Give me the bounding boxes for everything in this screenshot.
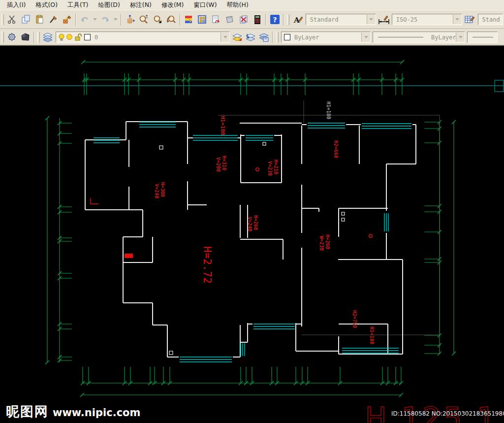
combo-drop-button[interactable] (453, 15, 462, 24)
tool-palettes-button[interactable] (196, 13, 209, 26)
layer-states-icon (259, 33, 269, 42)
undo-button[interactable] (78, 13, 91, 26)
annotation-label: H=300 (160, 182, 165, 197)
help-icon: ? (270, 14, 280, 25)
properties-palette-icon (184, 15, 194, 25)
table-style-combo[interactable]: Stand (478, 14, 504, 25)
layer-properties-button[interactable] (42, 32, 54, 43)
sheet-set-manager-button[interactable] (210, 13, 222, 26)
plot-preview-button[interactable] (223, 13, 236, 26)
stamp-id-text: ID:11580582 NO:20150302183651980512 (391, 410, 504, 417)
annotation-label: V=200 (216, 157, 221, 172)
dim-style-button[interactable] (378, 13, 390, 26)
dim-style-combo[interactable]: ISO-25 (392, 14, 462, 25)
toolbar-grip[interactable] (1, 14, 4, 25)
annotation-label: V=240 (154, 184, 159, 198)
named-views-button[interactable] (19, 32, 32, 43)
menu-item-help[interactable]: 帮助(H) (222, 0, 253, 10)
toolbar-separator (265, 14, 266, 26)
layer-make-current-icon (232, 33, 243, 42)
quick-properties-button[interactable] (61, 13, 73, 26)
make-object-layer-current-button[interactable] (231, 32, 244, 43)
layer-unlock-icon (74, 33, 82, 41)
lineweight-combo[interactable] (467, 32, 498, 43)
drawing-canvas[interactable]: H1=180H=310V=200H1=180H2=660H=210V=230H=… (0, 45, 504, 423)
cut-icon (7, 15, 17, 24)
text-style-combo[interactable]: Standard (306, 14, 376, 25)
menu-item-modify[interactable]: 修改(M) (157, 0, 189, 10)
menu-item-window[interactable]: 窗口(W) (189, 0, 221, 10)
annotation-label: H2=750 (352, 310, 357, 328)
lineweight-sample (472, 37, 493, 37)
annotation-label: H1=180 (220, 116, 226, 135)
layer-states-manager-button[interactable] (258, 32, 270, 43)
layer-on-bulb-icon (58, 33, 65, 41)
toolbar-grip[interactable] (276, 32, 279, 43)
toolbar-grip[interactable] (37, 32, 40, 43)
table-style-value: Stand (478, 16, 503, 23)
layer-previous-button[interactable] (245, 32, 257, 43)
help-button[interactable]: ? (268, 13, 281, 26)
color-value: ByLayer (290, 34, 361, 41)
quickcalc-button[interactable] (251, 13, 264, 26)
match-properties-brush-icon (49, 15, 58, 24)
combo-drop-button[interactable] (456, 33, 465, 42)
floor-plan-drawing: H1=180H=310V=200H1=180H2=660H=210V=230H=… (0, 46, 504, 423)
copy-icon (21, 15, 31, 24)
brush-lightning-icon (63, 15, 72, 24)
zoom-window-button[interactable] (151, 13, 164, 26)
layers-toolbar: 0 (0, 29, 504, 45)
menu-item-dimension[interactable]: 标注(N) (125, 0, 157, 10)
axis-teal-line (0, 80, 504, 92)
redo-button[interactable] (99, 13, 112, 26)
menu-item-insert[interactable]: 插入(I) (2, 0, 31, 10)
annotation-label: V=230 (267, 161, 273, 176)
toolbar-grip[interactable] (287, 14, 289, 25)
toolbar-separator (75, 14, 76, 26)
table-style-icon (465, 15, 475, 25)
redo-dropdown-button[interactable] (113, 13, 119, 26)
paste-button[interactable] (33, 13, 46, 26)
combo-drop-button[interactable] (367, 15, 376, 24)
undo-arrow-icon (80, 15, 90, 24)
color-combo[interactable]: ByLayer (281, 32, 371, 43)
standard-toolbar: ? A Standard ISO-25 (0, 10, 504, 29)
svg-text:A: A (293, 16, 300, 25)
menu-bar: 插入(I) 格式(O) 工具(T) 绘图(D) 标注(N) 修改(M) 窗口(W… (0, 0, 504, 10)
layer-color-swatch (84, 34, 91, 40)
pan-button[interactable] (124, 13, 136, 26)
copy-button[interactable] (20, 13, 32, 26)
menu-item-tools[interactable]: 工具(T) (63, 0, 93, 10)
markup-set-manager-button[interactable] (237, 13, 250, 26)
undo-dropdown-button[interactable] (92, 13, 98, 26)
layer-combo[interactable]: 0 (56, 32, 230, 43)
cut-button[interactable] (6, 13, 19, 26)
combo-drop-button[interactable] (361, 33, 370, 42)
combo-drop-button[interactable] (220, 33, 229, 42)
autocad-window: 插入(I) 格式(O) 工具(T) 绘图(D) 标注(N) 修改(M) 窗口(W… (0, 0, 504, 423)
toolbar-grip[interactable] (1, 32, 4, 43)
zoom-realtime-button[interactable] (137, 13, 150, 26)
chevron-down-icon (93, 18, 97, 21)
table-style-button[interactable] (464, 13, 476, 26)
linetype-combo[interactable]: ByLayer (373, 32, 465, 43)
pan-hand-icon (125, 15, 135, 25)
workspace-settings-button[interactable] (6, 32, 18, 43)
zoom-previous-icon (166, 15, 176, 25)
menu-item-draw[interactable]: 绘图(D) (93, 0, 125, 10)
match-properties-button[interactable] (47, 13, 60, 26)
text-style-value: Standard (306, 16, 367, 23)
annotation-label: V=240 (247, 217, 252, 231)
chevron-down-icon (114, 18, 118, 21)
floor-plan-walls (85, 122, 416, 357)
gear-icon (7, 33, 17, 42)
text-style-button[interactable]: A (291, 13, 304, 26)
redo-arrow-icon (100, 15, 110, 24)
zoom-realtime-icon (139, 15, 149, 25)
menu-item-format[interactable]: 格式(O) (31, 0, 63, 10)
toolbar-separator (272, 32, 273, 43)
zoom-previous-button[interactable] (165, 13, 178, 26)
properties-palette-button[interactable] (183, 13, 195, 26)
toolbar-separator (33, 32, 34, 43)
annotation-label: H=210 (273, 160, 279, 174)
